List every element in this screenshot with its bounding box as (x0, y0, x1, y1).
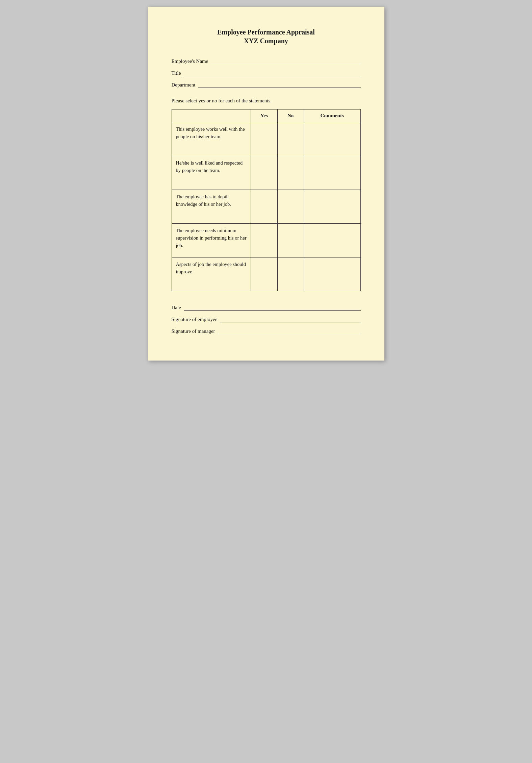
header-no: No (277, 109, 304, 122)
comments-cell-2[interactable] (304, 156, 360, 190)
employee-fields-section: Employee's Name Title Department (172, 58, 361, 88)
statement-4: The employee needs minimum supervision i… (172, 224, 251, 257)
signature-manager-line[interactable] (218, 333, 361, 334)
title-line[interactable] (183, 75, 360, 76)
title-field: Title (172, 70, 361, 76)
statement-2: He/she is well liked and respected by pe… (172, 156, 251, 190)
comments-cell-3[interactable] (304, 190, 360, 224)
comments-cell-4[interactable] (304, 224, 360, 257)
table-row: This employee works well with the people… (172, 122, 360, 156)
signature-employee-line[interactable] (220, 321, 360, 322)
header-comments: Comments (304, 109, 360, 122)
table-row: The employee needs minimum supervision i… (172, 224, 360, 257)
employee-name-field: Employee's Name (172, 58, 361, 64)
instruction-text: Please select yes or no for each of the … (172, 98, 361, 104)
yes-cell-3[interactable] (251, 190, 277, 224)
table-row: The employee has in depth knowledge of h… (172, 190, 360, 224)
title-label: Title (172, 70, 181, 76)
yes-cell-1[interactable] (251, 122, 277, 156)
yes-cell-4[interactable] (251, 224, 277, 257)
form-title-line2: XYZ Company (172, 37, 361, 45)
no-cell-3[interactable] (277, 190, 304, 224)
signature-section: Date Signature of employee Signature of … (172, 305, 361, 334)
department-line[interactable] (198, 87, 360, 88)
table-row: He/she is well liked and respected by pe… (172, 156, 360, 190)
signature-employee-label: Signature of employee (172, 317, 218, 322)
table-row: Aspects of job the employee should impro… (172, 257, 360, 291)
signature-employee-field: Signature of employee (172, 317, 361, 322)
appraisal-table: Yes No Comments This employee works well… (172, 109, 361, 291)
employee-name-label: Employee's Name (172, 58, 208, 64)
date-field: Date (172, 305, 361, 311)
employee-name-line[interactable] (211, 63, 360, 64)
title-section: Employee Performance Appraisal XYZ Compa… (172, 27, 361, 45)
signature-manager-field: Signature of manager (172, 328, 361, 334)
department-field: Department (172, 82, 361, 88)
statement-3: The employee has in depth knowledge of h… (172, 190, 251, 224)
yes-cell-5[interactable] (251, 257, 277, 291)
signature-manager-label: Signature of manager (172, 328, 215, 334)
yes-cell-2[interactable] (251, 156, 277, 190)
appraisal-form: Employee Performance Appraisal XYZ Compa… (148, 7, 384, 361)
no-cell-1[interactable] (277, 122, 304, 156)
header-yes: Yes (251, 109, 277, 122)
header-statement (172, 109, 251, 122)
date-label: Date (172, 305, 181, 311)
comments-cell-5[interactable] (304, 257, 360, 291)
statement-5: Aspects of job the employee should impro… (172, 257, 251, 291)
department-label: Department (172, 82, 196, 88)
statement-1: This employee works well with the people… (172, 122, 251, 156)
no-cell-2[interactable] (277, 156, 304, 190)
form-title-line1: Employee Performance Appraisal (172, 27, 361, 37)
comments-cell-1[interactable] (304, 122, 360, 156)
table-header-row: Yes No Comments (172, 109, 360, 122)
no-cell-4[interactable] (277, 224, 304, 257)
date-line[interactable] (184, 309, 361, 311)
no-cell-5[interactable] (277, 257, 304, 291)
